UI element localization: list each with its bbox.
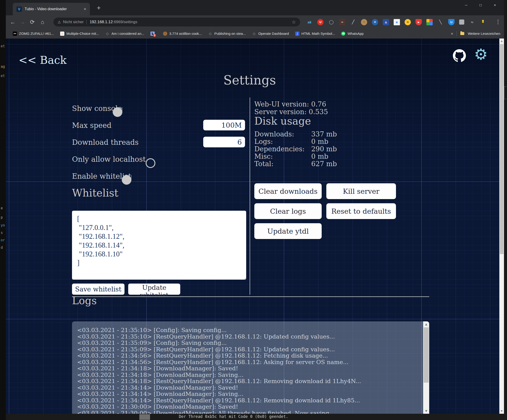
background-right-strip <box>504 0 507 414</box>
disk-usage-row: Downloads: 337 mb <box>254 131 337 138</box>
page-scrollbar-thumb[interactable] <box>500 44 504 254</box>
bookmark-item[interactable]: ◇ Publishing on stea... <box>208 32 246 36</box>
reload-icon[interactable]: ⟳ <box>28 15 36 28</box>
extension-icon[interactable] <box>426 19 433 25</box>
logs-panel: <03.03.2021 - 21:35:10> [Config]: Saving… <box>72 321 429 414</box>
not-secure-warning-icon[interactable]: ⚠ <box>58 20 61 24</box>
extension-icon[interactable] <box>459 20 464 25</box>
only-localhost-label: Only allow localhost <box>72 155 146 163</box>
back-icon[interactable]: ← <box>9 15 17 28</box>
logs-scrollbar-thumb[interactable] <box>424 327 429 383</box>
console-output-text: Der Thread 0xb5c hat mit Code 0 (0x0) ge… <box>179 414 288 419</box>
address-bar[interactable]: ⚠ Nicht sicher 192.168.1.12 :6969/settin… <box>53 18 300 27</box>
reset-defaults-button[interactable]: Reset to defaults <box>326 203 396 219</box>
tubio-favicon <box>16 7 22 12</box>
minimize-icon[interactable]: ─ <box>459 0 473 10</box>
logs-scroll-up-icon[interactable]: ▲ <box>423 321 429 327</box>
toggle-knob <box>113 107 122 117</box>
bookmark-label: ZOMG ZUFALL! #61... <box>19 32 54 35</box>
settings-gear-icon[interactable]: ⚙ <box>474 46 488 63</box>
extension-icon[interactable]: ╲ <box>437 19 444 25</box>
extension-icon[interactable]: ◯ <box>328 19 334 25</box>
disk-usage-value: 290 mb <box>311 145 337 153</box>
browser-toolbar: ← → ⟳ ⌂ ⚠ Nicht sicher 192.168.1.12 :696… <box>6 15 504 28</box>
extension-icon[interactable]: ⠿ <box>361 19 367 25</box>
bookmark-item[interactable]: ◇ Operate Dashboard <box>252 32 289 36</box>
max-speed-input[interactable] <box>203 120 245 131</box>
extension-icon[interactable]: ● <box>480 19 486 25</box>
extension-icon[interactable]: sk <box>306 19 313 25</box>
maximize-icon[interactable]: □ <box>473 0 488 10</box>
bookmark-label: WhatsApp <box>347 32 363 35</box>
extension-icon[interactable]: ≡♪ <box>469 19 475 25</box>
extension-icon[interactable]: ◉ <box>394 19 400 25</box>
code-fragment: or <box>1 238 5 242</box>
code-fragment: e <box>1 206 3 210</box>
bookmark-item[interactable]: ∫ HTML Math Symbol... <box>295 32 335 36</box>
log-entry: <03.03.2021 - 21:35:09> [RestQueryHandle… <box>77 346 420 353</box>
extension-icon[interactable]: Ψ <box>317 19 324 25</box>
update-ytdl-button[interactable]: Update ytdl <box>254 223 322 239</box>
forward-icon[interactable]: → <box>18 15 27 28</box>
bookmark-item[interactable]: ☎ WhatsApp <box>341 32 363 36</box>
tubio-settings-page: << Back ⚙ Settings Show console Max spee… <box>6 39 499 414</box>
bookmark-favicon: ◇ <box>252 32 256 36</box>
show-console-toggle[interactable] <box>122 107 122 112</box>
page-title: Settings <box>6 73 493 88</box>
download-threads-input[interactable] <box>203 137 245 147</box>
save-whitelist-button[interactable]: Save whitelist <box>72 283 125 295</box>
enable-whitelist-toggle[interactable] <box>131 175 131 180</box>
bookmark-item[interactable]: ◇ Am i considered an... <box>105 32 144 36</box>
bookmark-label: Operate Dashboard <box>258 32 289 35</box>
close-icon[interactable]: × <box>488 0 502 10</box>
github-icon[interactable] <box>453 49 466 62</box>
bookmark-item[interactable]: ▙3 <box>150 32 157 36</box>
bookmark-item[interactable]: ◎ Multiple-Choice mit... <box>60 32 99 36</box>
tab-close-icon[interactable]: × <box>84 7 86 12</box>
toggle-knob <box>122 175 131 185</box>
bookmark-item[interactable]: ⠿ 3.774 octillion cook... <box>163 32 202 36</box>
server-version: Server version: 0.535 <box>254 108 328 116</box>
download-threads-label: Download threads <box>72 138 139 146</box>
home-icon[interactable]: ⌂ <box>38 15 47 28</box>
disk-usage-row: Dependencies: 290 mb <box>254 145 337 153</box>
log-entry: <03.03.2021 - 21:34:18> [DownloadManager… <box>77 372 420 378</box>
disk-usage-label: Misc: <box>254 153 311 160</box>
back-link[interactable]: << Back <box>19 54 67 66</box>
extension-icon[interactable]: + <box>372 19 378 25</box>
bookmark-label: Publishing on stea... <box>214 32 246 35</box>
log-entry: <03.03.2021 - 21:35:10> [RestQueryHandle… <box>77 333 420 340</box>
whitelist-textarea[interactable]: [ "127.0.0.1", "192.168.1.12", "192.168.… <box>72 211 246 280</box>
disk-usage-table: Downloads: 337 mb Logs: 0 mb Dependencie… <box>254 131 337 167</box>
setting-row-max-speed: Max speed <box>72 120 245 131</box>
log-entries: <03.03.2021 - 21:35:10> [Config]: Saving… <box>77 327 420 414</box>
bookmarks-overflow-icon[interactable]: » <box>451 31 453 36</box>
background-editor-window: et ag et e p yo s or d <box>0 0 6 420</box>
bookmark-favicon: z0r <box>13 32 17 36</box>
other-bookmarks-button[interactable]: Weitere Lesezeichen <box>468 32 500 35</box>
page-scroll-down-icon[interactable]: ▼ <box>499 409 504 414</box>
extension-icon[interactable]: ╱ <box>350 19 356 25</box>
bookmark-star-icon[interactable]: ☆ <box>292 19 296 25</box>
extension-icon[interactable]: ▶ <box>415 19 422 25</box>
extension-icon[interactable]: ∞ <box>339 19 345 25</box>
page-scroll-up-icon[interactable]: ▲ <box>499 39 504 44</box>
bookmark-label: Multiple-Choice mit... <box>66 32 99 35</box>
bookmark-item[interactable]: z0r ZOMG ZUFALL! #61... <box>13 32 54 36</box>
extension-icon[interactable]: U <box>448 19 455 25</box>
logs-scroll-down-icon[interactable]: ▼ <box>423 408 429 414</box>
browser-tab[interactable]: Tubio - Video downloader × <box>13 3 90 15</box>
bookmark-badge: 3 <box>153 34 156 37</box>
clear-logs-button[interactable]: Clear logs <box>254 203 322 219</box>
browser-menu-icon[interactable]: ⋮ <box>495 15 501 28</box>
log-entry: <03.03.2021 - 21:35:09> [Config]: Saving… <box>77 340 420 346</box>
clear-downloads-button[interactable]: Clear downloads <box>254 183 322 199</box>
extension-icon[interactable]: a <box>383 19 389 25</box>
folder-icon <box>460 32 464 35</box>
webui-version: Web-UI version: 0.76 <box>254 100 326 108</box>
bookmark-favicon: ☎ <box>341 32 345 36</box>
extension-icon[interactable]: ≋ <box>405 19 411 25</box>
new-tab-button[interactable]: + <box>97 5 101 11</box>
update-whitelist-button[interactable]: Update whitelist <box>128 283 180 295</box>
kill-server-button[interactable]: Kill server <box>326 183 396 199</box>
